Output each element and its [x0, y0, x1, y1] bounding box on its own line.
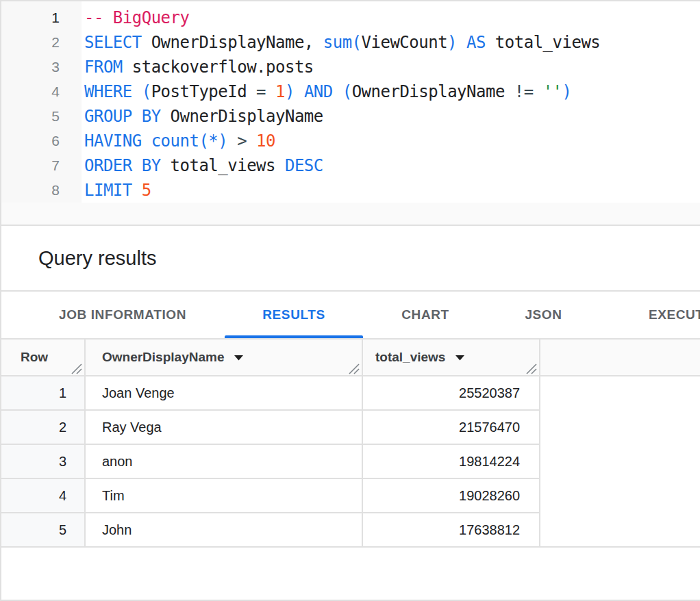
total-views-cell: 25520387 [363, 376, 540, 411]
caret-down-icon[interactable] [234, 355, 244, 361]
sql-token-plain [333, 82, 342, 101]
sql-token-kw: SELECT [84, 33, 142, 52]
column-resize-handle-icon[interactable] [525, 363, 537, 374]
tab-label: EXECUTION DETAILS [649, 307, 700, 322]
code-line-text[interactable]: GROUP BY OwnerDisplayName [82, 104, 323, 129]
sql-token-kw: ) [285, 82, 295, 101]
sql-token-op: != [514, 82, 534, 101]
column-resize-handle-icon[interactable] [348, 363, 360, 374]
sql-token-op: = [256, 82, 266, 101]
column-header-label: Row [21, 350, 48, 365]
sql-token-num: 5 [142, 181, 151, 200]
table-body: 1Joan Venge255203872Ray Vega215764703ano… [1, 376, 700, 548]
code-line: 5GROUP BY OwnerDisplayName [1, 104, 700, 129]
total-views-cell: 19814224 [363, 445, 540, 479]
code-line: 2SELECT OwnerDisplayName, sum(ViewCount)… [1, 30, 700, 55]
sql-token-kw: ( [342, 82, 352, 101]
column-header-label: total_views [375, 350, 445, 365]
line-number: 5 [1, 104, 82, 129]
filler-cell [540, 376, 700, 411]
tab-label: RESULTS [262, 307, 325, 322]
line-number: 4 [1, 79, 82, 104]
sql-token-kw: DESC [285, 156, 323, 175]
owner-display-name-cell: anon [86, 445, 363, 479]
table-row: 5John17638812 [1, 513, 700, 548]
code-line: 3FROM stackoverflow.posts [1, 55, 700, 79]
sql-editor[interactable]: 1-- BigQuery2SELECT OwnerDisplayName, su… [1, 1, 700, 203]
caret-down-icon[interactable] [455, 355, 465, 361]
column-header-ownerdisplayname[interactable]: OwnerDisplayName [86, 340, 363, 376]
code-line: 7ORDER BY total_views DESC [1, 153, 700, 178]
sql-token-plain [227, 131, 237, 151]
line-number: 1 [1, 5, 82, 30]
sql-token-plain: total_views [161, 156, 285, 175]
line-number: 3 [1, 55, 82, 79]
table-row: 3anon19814224 [1, 445, 700, 479]
code-line-text[interactable]: LIMIT 5 [82, 178, 151, 203]
code-lines: 1-- BigQuery2SELECT OwnerDisplayName, su… [1, 5, 700, 203]
total-views-cell: 17638812 [363, 513, 540, 548]
filler-cell [540, 445, 700, 479]
sql-token-kw: ) [562, 82, 572, 101]
results-table: RowOwnerDisplayNametotal_views 1Joan Ven… [1, 340, 700, 548]
sql-token-plain [142, 131, 151, 151]
table-row: 2Ray Vega21576470 [1, 411, 700, 445]
code-line: 4WHERE (PostTypeId = 1) AND (OwnerDispla… [1, 79, 700, 104]
sql-token-num: 10 [256, 131, 275, 151]
table-header-row: RowOwnerDisplayNametotal_views [1, 340, 700, 376]
sql-token-kw: WHERE [84, 82, 132, 101]
filler-cell [540, 479, 700, 513]
results-tab-bar: JOB INFORMATIONRESULTSCHARTJSONEXECUTION… [1, 292, 700, 340]
results-title-bar: Query results [1, 226, 700, 292]
sql-token-plain [295, 82, 304, 101]
tab-label: CHART [401, 307, 449, 322]
sql-token-kw: LIMIT [84, 181, 132, 200]
code-line: 6HAVING count(*) > 10 [1, 129, 700, 153]
sql-token-plain [266, 82, 275, 101]
row-number-cell: 2 [1, 411, 86, 445]
column-header-empty [540, 340, 700, 376]
total-views-cell: 19028260 [363, 479, 540, 513]
code-line-text[interactable]: SELECT OwnerDisplayName, sum(ViewCount) … [82, 30, 600, 55]
line-number: 2 [1, 30, 82, 55]
column-header-total-views[interactable]: total_views [363, 340, 540, 376]
code-line-text[interactable]: WHERE (PostTypeId = 1) AND (OwnerDisplay… [82, 79, 572, 104]
code-line-text[interactable]: -- BigQuery [82, 5, 189, 30]
sql-token-plain: OwnerDisplayName [161, 107, 323, 126]
sql-token-kw: HAVING [84, 131, 142, 151]
sql-token-plain [247, 131, 256, 151]
tab-chart[interactable]: CHART [363, 292, 488, 338]
bigquery-query-panel: 1-- BigQuery2SELECT OwnerDisplayName, su… [0, 0, 700, 601]
code-line-text[interactable]: FROM stackoverflow.posts [82, 55, 314, 79]
sql-token-kw: AND [304, 82, 333, 101]
sql-token-kw: ) [447, 33, 457, 52]
code-line: 8LIMIT 5 [1, 178, 700, 203]
row-number-cell: 5 [1, 513, 86, 548]
sql-token-plain: OwnerDisplayName, [142, 33, 323, 52]
sql-token-kw: AS [466, 33, 486, 52]
column-resize-handle-icon[interactable] [71, 363, 82, 374]
tab-json[interactable]: JSON [488, 292, 599, 338]
sql-token-kw: sum( [323, 33, 362, 52]
sql-token-str: '' [543, 82, 562, 101]
code-line-text[interactable]: HAVING count(*) > 10 [82, 129, 275, 153]
column-header-row: Row [1, 340, 86, 376]
sql-token-plain: ViewCount [362, 33, 448, 52]
code-line: 1-- BigQuery [1, 5, 700, 30]
sql-token-op: > [237, 131, 247, 151]
sql-token-kw: FROM [84, 57, 123, 77]
tab-job-information[interactable]: JOB INFORMATION [21, 292, 225, 338]
tab-execution-details[interactable]: EXECUTION DETAILS [599, 292, 700, 338]
tab-results[interactable]: RESULTS [225, 292, 363, 338]
sql-token-comment: -- BigQuery [84, 8, 189, 27]
table-row: 1Joan Venge25520387 [1, 376, 700, 411]
sql-token-plain: total_views [486, 33, 600, 52]
sql-token-kw: count(*) [151, 131, 228, 151]
code-line-text[interactable]: ORDER BY total_views DESC [82, 153, 323, 178]
sql-token-plain: PostTypeId [151, 82, 256, 101]
row-number-cell: 3 [1, 445, 86, 479]
sql-token-plain [457, 33, 466, 52]
query-results-title: Query results [38, 247, 156, 270]
sql-token-kw: ( [142, 82, 151, 101]
column-header-label: OwnerDisplayName [102, 350, 224, 365]
